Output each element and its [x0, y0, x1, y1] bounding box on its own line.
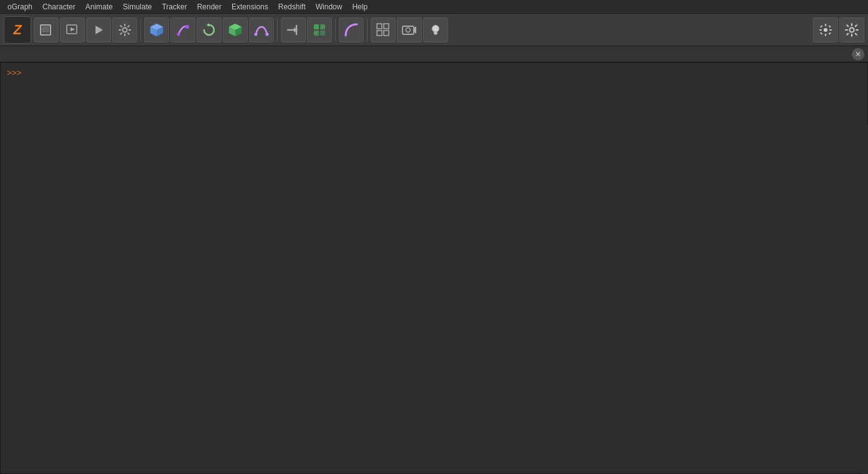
svg-rect-50 — [820, 32, 822, 34]
scene-settings-button[interactable] — [112, 17, 137, 42]
svg-rect-47 — [829, 29, 832, 31]
svg-point-19 — [177, 32, 180, 36]
sweep-icon — [343, 22, 359, 38]
menu-character[interactable]: Character — [37, 1, 80, 12]
cloner-button[interactable] — [307, 17, 332, 42]
spline-icon — [253, 22, 270, 38]
main-toolbar: Z — [0, 14, 868, 46]
svg-rect-33 — [320, 31, 325, 36]
spline-button[interactable] — [249, 17, 274, 42]
svg-line-60 — [847, 33, 848, 34]
light-icon — [427, 22, 444, 38]
gear-settings-button[interactable] — [813, 17, 838, 42]
svg-rect-46 — [819, 29, 822, 31]
svg-rect-45 — [825, 34, 826, 36]
menu-render[interactable]: Render — [192, 1, 227, 12]
sub-bar: ✕ — [0, 46, 868, 62]
menu-window[interactable]: Window — [311, 1, 348, 12]
play-icon — [91, 22, 106, 37]
menu-redshift[interactable]: Redshift — [273, 1, 311, 12]
play-button[interactable] — [86, 17, 111, 42]
svg-rect-44 — [825, 24, 826, 26]
svg-rect-32 — [314, 31, 319, 36]
svg-rect-34 — [377, 24, 382, 29]
svg-point-26 — [266, 32, 269, 36]
menu-ograph[interactable]: oGraph — [2, 1, 37, 12]
green-cube-button[interactable] — [223, 17, 248, 42]
separator-2 — [277, 19, 278, 41]
more-tools-group — [281, 17, 332, 42]
svg-line-13 — [120, 32, 122, 34]
svg-marker-20 — [207, 23, 209, 27]
svg-rect-1 — [42, 26, 49, 32]
svg-line-11 — [128, 32, 130, 34]
main-content: >>> — [0, 62, 868, 474]
pen-tool-button[interactable] — [170, 17, 195, 42]
separator-3 — [335, 19, 336, 41]
svg-point-43 — [824, 28, 827, 32]
svg-rect-31 — [320, 24, 325, 29]
svg-rect-36 — [377, 31, 382, 36]
svg-rect-37 — [384, 31, 389, 36]
rotate-icon — [201, 22, 217, 38]
svg-rect-51 — [829, 32, 831, 34]
rotate-button[interactable] — [197, 17, 222, 42]
svg-rect-35 — [384, 24, 389, 29]
cube-object-button[interactable] — [144, 17, 169, 42]
svg-line-57 — [847, 25, 848, 26]
svg-line-58 — [856, 33, 857, 34]
separator-1 — [140, 19, 141, 41]
gear-prefs-icon — [844, 22, 859, 37]
sweep-button[interactable] — [339, 17, 364, 42]
grid-button[interactable] — [371, 17, 396, 42]
menu-bar: oGraph Character Animate Simulate Tracke… — [0, 0, 868, 14]
separator-4 — [367, 19, 368, 41]
view-tools-group — [371, 17, 448, 42]
camera-icon — [401, 22, 417, 38]
render-view-icon — [65, 22, 80, 37]
svg-point-52 — [850, 27, 854, 32]
new-scene-button[interactable] — [34, 17, 59, 42]
svg-rect-49 — [829, 25, 831, 27]
render-view-button[interactable] — [60, 17, 85, 42]
settings-small-icon — [118, 23, 132, 37]
sweep-group — [339, 17, 364, 42]
menu-tracker[interactable]: Tracker — [157, 1, 192, 12]
svg-marker-3 — [71, 27, 75, 31]
svg-rect-48 — [820, 25, 822, 27]
console-area[interactable]: >>> — [0, 62, 868, 474]
gear-prefs-button[interactable] — [839, 17, 864, 42]
close-icon: ✕ — [855, 51, 861, 58]
svg-marker-4 — [95, 26, 103, 34]
svg-point-41 — [432, 25, 439, 32]
camera-button[interactable] — [397, 17, 422, 42]
align-button[interactable] — [281, 17, 306, 42]
menu-extensions[interactable]: Extensions — [227, 1, 273, 12]
green-cube-icon — [227, 22, 243, 38]
pen-icon — [175, 22, 191, 38]
cloner-icon — [311, 22, 328, 38]
logo-z-icon: Z — [13, 22, 21, 38]
svg-line-12 — [128, 25, 130, 27]
gear-settings-icon — [818, 22, 833, 37]
new-scene-icon — [39, 22, 54, 37]
menu-help[interactable]: Help — [347, 1, 373, 12]
grid-icon — [375, 22, 391, 38]
toolbar-right — [813, 17, 864, 42]
light-button[interactable] — [423, 17, 448, 42]
menu-animate[interactable]: Animate — [80, 1, 118, 12]
svg-point-40 — [406, 27, 411, 32]
svg-line-10 — [120, 25, 122, 27]
menu-simulate[interactable]: Simulate — [118, 1, 157, 12]
console-prompt: >>> — [7, 69, 21, 78]
close-button[interactable]: ✕ — [852, 48, 864, 60]
logo-button[interactable]: Z — [4, 16, 31, 44]
cube-blue-icon — [149, 22, 165, 38]
svg-point-18 — [185, 25, 189, 29]
object-tools-group — [144, 17, 274, 42]
scrollbar[interactable] — [862, 125, 868, 474]
svg-rect-30 — [314, 24, 319, 29]
align-icon — [285, 22, 301, 38]
svg-point-25 — [255, 32, 258, 36]
svg-line-59 — [856, 25, 857, 26]
